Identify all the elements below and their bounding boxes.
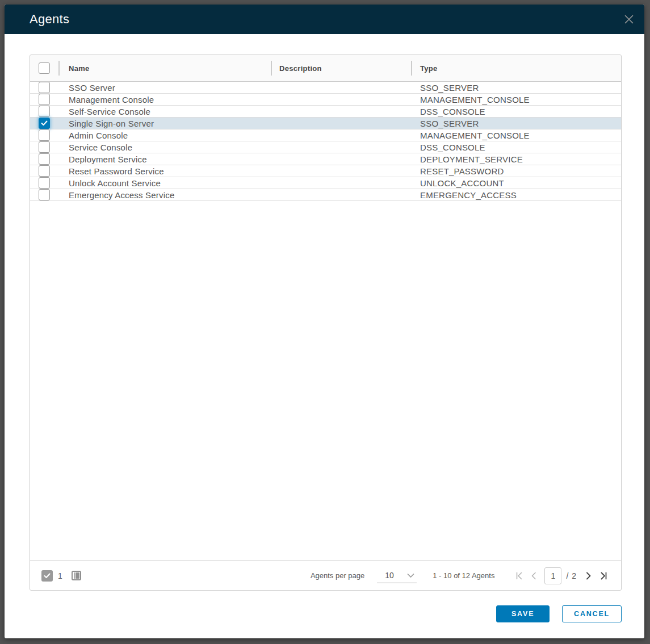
table-row[interactable]: Reset Password ServiceRESET_PASSWORD xyxy=(30,165,621,177)
row-checkbox-cell xyxy=(30,129,58,141)
agent-name: Service Console xyxy=(58,141,271,153)
table-row[interactable]: Management ConsoleMANAGEMENT_CONSOLE xyxy=(30,94,621,106)
chevron-down-icon xyxy=(407,573,414,578)
row-checkbox[interactable] xyxy=(39,82,50,93)
agent-name: Reset Password Service xyxy=(58,165,271,177)
modal-title: Agents xyxy=(30,12,69,27)
agent-type: MANAGEMENT_CONSOLE xyxy=(411,129,621,141)
table-row[interactable]: Single Sign-on ServerSSO_SERVER xyxy=(30,118,621,129)
table-row[interactable]: Service ConsoleDSS_CONSOLE xyxy=(30,141,621,153)
row-checkbox[interactable] xyxy=(39,129,50,141)
first-page-button[interactable] xyxy=(511,568,526,583)
per-page-label: Agents per page xyxy=(311,571,364,580)
agent-description xyxy=(271,165,411,177)
agent-description xyxy=(271,118,411,129)
agent-description xyxy=(271,189,411,200)
agent-type: EMERGENCY_ACCESS xyxy=(411,189,621,200)
current-page-input[interactable] xyxy=(544,567,561,584)
select-all-checkbox[interactable] xyxy=(39,62,50,74)
pager: / 2 xyxy=(511,567,611,584)
column-header-name[interactable]: Name xyxy=(58,55,271,81)
last-page-button[interactable] xyxy=(596,568,611,583)
table-rows: SSO ServerSSO_SERVERManagement ConsoleMA… xyxy=(30,82,621,201)
agent-type: DSS_CONSOLE xyxy=(411,141,621,153)
agent-description xyxy=(271,177,411,189)
modal-body: Name Description Type SSO ServerSSO_SERV… xyxy=(5,34,644,638)
agent-name: Self-Service Console xyxy=(58,106,271,117)
select-all-cell xyxy=(30,55,58,81)
selected-indicator-checkbox[interactable] xyxy=(41,570,53,582)
row-checkbox[interactable] xyxy=(39,189,50,200)
agent-type: DSS_CONSOLE xyxy=(411,106,621,117)
page-total: / 2 xyxy=(566,571,577,580)
row-checkbox[interactable] xyxy=(39,118,50,129)
row-checkbox-cell xyxy=(30,82,58,93)
agent-type: SSO_SERVER xyxy=(411,118,621,129)
modal-backdrop: Agents Name Description Type SSO ServerS… xyxy=(0,0,650,644)
close-icon[interactable] xyxy=(620,11,638,28)
next-page-button[interactable] xyxy=(581,568,596,583)
prev-page-button[interactable] xyxy=(526,568,541,583)
table-row[interactable]: SSO ServerSSO_SERVER xyxy=(30,82,621,94)
row-checkbox-cell xyxy=(30,106,58,117)
agent-name: Admin Console xyxy=(58,129,271,141)
agent-name: Unlock Account Service xyxy=(58,177,271,189)
table-row[interactable]: Unlock Account ServiceUNLOCK_ACCOUNT xyxy=(30,177,621,189)
row-checkbox-cell xyxy=(30,94,58,105)
table-row[interactable]: Admin ConsoleMANAGEMENT_CONSOLE xyxy=(30,129,621,141)
row-checkbox[interactable] xyxy=(39,153,50,165)
dialog-actions: SAVE CANCEL xyxy=(30,605,622,622)
per-page-select[interactable]: 10 xyxy=(377,568,417,583)
save-button[interactable]: SAVE xyxy=(496,605,550,622)
table-footer: 1 Agents per page 10 1 - 10 of 12 Agents xyxy=(30,561,621,590)
agent-name: Management Console xyxy=(58,94,271,105)
table-header-row: Name Description Type xyxy=(30,55,621,82)
row-checkbox[interactable] xyxy=(39,177,50,189)
selected-count: 1 xyxy=(58,571,62,580)
agent-description xyxy=(271,153,411,165)
agent-type: UNLOCK_ACCOUNT xyxy=(411,177,621,189)
row-checkbox-cell xyxy=(30,165,58,177)
agent-name: Single Sign-on Server xyxy=(58,118,271,129)
agent-name: Deployment Service xyxy=(58,153,271,165)
column-header-description[interactable]: Description xyxy=(271,55,411,81)
range-text: 1 - 10 of 12 Agents xyxy=(433,571,494,580)
row-checkbox[interactable] xyxy=(39,141,50,153)
agents-table: Name Description Type SSO ServerSSO_SERV… xyxy=(30,55,622,591)
agent-description xyxy=(271,106,411,117)
table-row[interactable]: Emergency Access ServiceEMERGENCY_ACCESS xyxy=(30,189,621,201)
agent-type: MANAGEMENT_CONSOLE xyxy=(411,94,621,105)
agent-type: RESET_PASSWORD xyxy=(411,165,621,177)
cancel-button[interactable]: CANCEL xyxy=(562,605,622,622)
agent-name: Emergency Access Service xyxy=(58,189,271,200)
row-checkbox-cell xyxy=(30,118,58,129)
table-row[interactable]: Self-Service ConsoleDSS_CONSOLE xyxy=(30,106,621,118)
column-header-type[interactable]: Type xyxy=(411,55,621,81)
agent-description xyxy=(271,82,411,93)
per-page-value: 10 xyxy=(385,571,394,580)
agent-type: DEPLOYMENT_SERVICE xyxy=(411,153,621,165)
agents-modal: Agents Name Description Type SSO ServerS… xyxy=(5,5,644,638)
table-row[interactable]: Deployment ServiceDEPLOYMENT_SERVICE xyxy=(30,153,621,165)
row-checkbox-cell xyxy=(30,189,58,200)
row-checkbox[interactable] xyxy=(39,106,50,117)
agent-description xyxy=(271,141,411,153)
table-empty-space xyxy=(30,201,621,561)
row-checkbox-cell xyxy=(30,177,58,189)
modal-header: Agents xyxy=(5,5,644,34)
agent-type: SSO_SERVER xyxy=(411,82,621,93)
agent-description xyxy=(271,129,411,141)
row-checkbox-cell xyxy=(30,153,58,165)
agent-name: SSO Server xyxy=(58,82,271,93)
row-checkbox[interactable] xyxy=(39,94,50,105)
row-checkbox-cell xyxy=(30,141,58,153)
column-toggle-icon[interactable] xyxy=(72,571,81,580)
pagination-area: Agents per page 10 1 - 10 of 12 Agents xyxy=(311,567,611,584)
agent-description xyxy=(271,94,411,105)
row-checkbox[interactable] xyxy=(39,165,50,177)
